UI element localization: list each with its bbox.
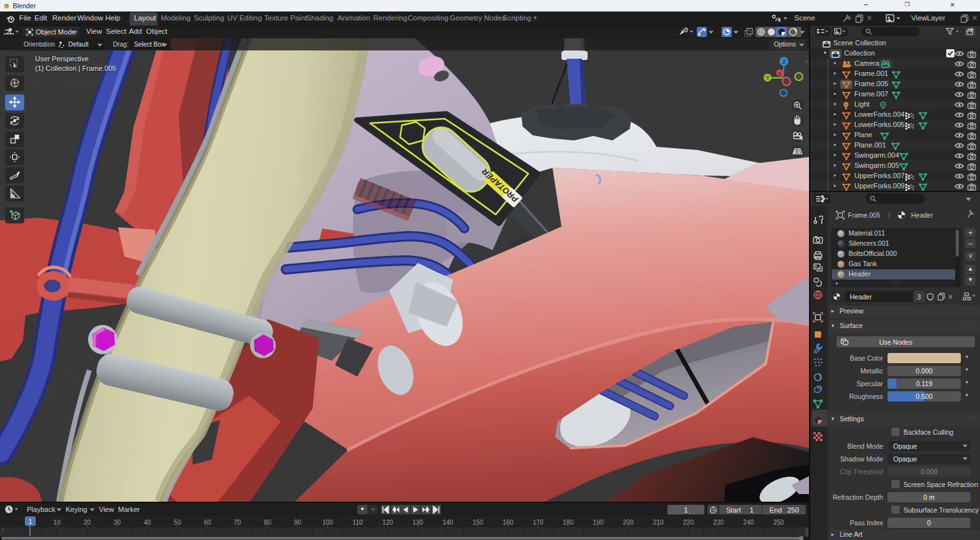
svg-text:X: X — [778, 71, 782, 77]
svg-text:190: 190 — [593, 519, 604, 526]
svg-text:70: 70 — [234, 519, 242, 526]
svg-text:140: 140 — [443, 519, 454, 526]
svg-text:Y: Y — [766, 75, 769, 81]
svg-text:220: 220 — [683, 519, 694, 526]
svg-text:120: 120 — [382, 519, 393, 526]
svg-text:200: 200 — [623, 519, 634, 526]
svg-text:40: 40 — [144, 519, 151, 526]
svg-text:180: 180 — [563, 519, 574, 526]
svg-text:100: 100 — [322, 519, 333, 526]
svg-text:170: 170 — [533, 519, 544, 526]
svg-text:80: 80 — [264, 519, 272, 526]
svg-text:60: 60 — [204, 519, 211, 526]
svg-text:130: 130 — [412, 519, 423, 526]
svg-text:30: 30 — [114, 519, 121, 526]
svg-text:50: 50 — [174, 519, 181, 526]
svg-text:‹: ‹ — [805, 58, 807, 65]
svg-text:90: 90 — [294, 519, 302, 526]
svg-text:240: 240 — [743, 519, 754, 526]
svg-text:160: 160 — [503, 519, 514, 526]
svg-text:20: 20 — [84, 519, 91, 526]
svg-text:›: › — [2, 527, 4, 533]
svg-text:Z: Z — [782, 59, 786, 65]
svg-text:1: 1 — [29, 518, 33, 525]
svg-text:110: 110 — [353, 519, 363, 526]
svg-text:210: 210 — [653, 519, 664, 526]
svg-text:150: 150 — [473, 519, 484, 526]
svg-text:10: 10 — [54, 519, 61, 526]
svg-text:230: 230 — [713, 519, 724, 526]
svg-text:250: 250 — [773, 519, 784, 526]
